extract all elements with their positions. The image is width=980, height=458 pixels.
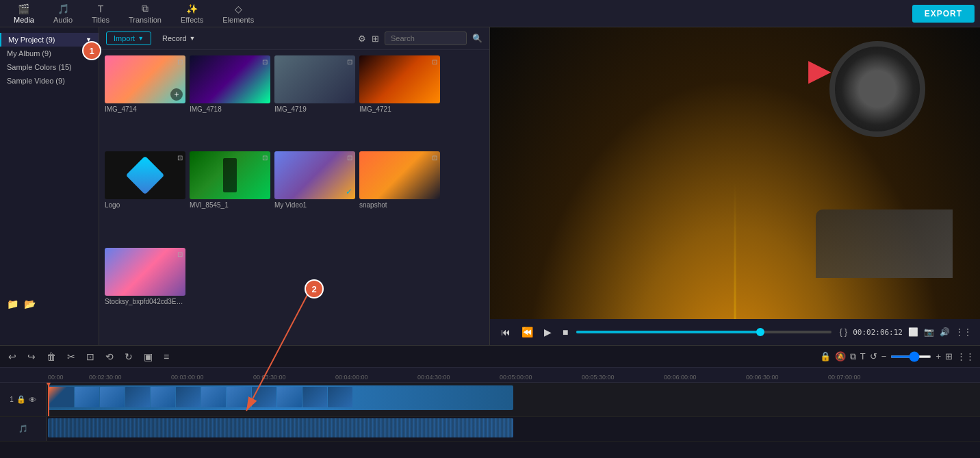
titles-icon: T: [98, 3, 104, 14]
left-sidebar: My Project (9) ▼ My Album (9) Sample Col…: [0, 27, 99, 345]
ruler-mark-6: 00:05:00:00: [498, 374, 580, 381]
timeline-tracks: 1 🔒 👁: [0, 383, 980, 458]
media-panel: Import ▼ Record ▼ ⚙ ⊞ 🔍: [99, 27, 490, 345]
tab-titles-label: Titles: [92, 16, 109, 24]
media-item-img4721[interactable]: ⊡ IMG_4721: [359, 55, 440, 147]
checkmark-icon: ✓: [346, 187, 352, 196]
lock-icon[interactable]: 🔒: [820, 351, 831, 361]
tab-titles[interactable]: T Titles: [83, 1, 118, 27]
media-item-myvideo[interactable]: ⊡ ✓ My Video1: [274, 151, 355, 243]
add-to-timeline-icon[interactable]: +: [170, 88, 183, 101]
grid-view-icon[interactable]: ⊞: [372, 34, 379, 44]
search-icon[interactable]: 🔍: [472, 34, 482, 43]
crop-button[interactable]: ⊡: [83, 350, 97, 364]
video-track-content[interactable]: [47, 383, 980, 416]
media-item-img4714[interactable]: ⊡ + IMG_4714: [105, 55, 185, 147]
audio-button[interactable]: ≡: [161, 350, 172, 364]
tab-effects-label: Effects: [181, 16, 203, 24]
loop-icon[interactable]: ↺: [870, 351, 877, 361]
undo-button[interactable]: ↩: [5, 350, 19, 364]
video-clip[interactable]: [48, 385, 513, 410]
time-display: 00:02:06:12: [853, 328, 903, 337]
track-number: 1: [10, 396, 14, 403]
mark-in-icon[interactable]: { }: [840, 327, 847, 337]
ruler-mark-4: 00:04:00:00: [334, 374, 416, 381]
clip-thumb-2: [75, 387, 99, 407]
app-container: 🎬 Media 🎵 Audio T Titles ⧉ Transition ✨ …: [0, 0, 980, 458]
track-label-video: 1 🔒 👁: [0, 383, 47, 416]
zoom-slider[interactable]: [890, 355, 931, 358]
split-button[interactable]: ⟲: [103, 350, 116, 364]
media-item-img4719[interactable]: ⊡ IMG_4719: [274, 55, 355, 147]
volume-icon[interactable]: 🔊: [940, 327, 950, 337]
import-button[interactable]: Import ▼: [106, 31, 151, 45]
media-icon: 🎬: [18, 3, 29, 14]
play-button[interactable]: ▶: [541, 325, 554, 339]
zoom-in-icon[interactable]: +: [936, 351, 941, 361]
timeline-toolbar: ↩ ↪ 🗑 ✂ ⊡ ⟲ ↻ ▣ ≡ 🔒 🔕 ⧉ T ↺ − + ⊞ ⋮⋮: [0, 346, 980, 368]
import-label: Import: [114, 34, 135, 42]
media-toolbar-right: ⚙ ⊞ 🔍: [358, 31, 482, 45]
more-options-icon[interactable]: ⋮⋮: [955, 327, 972, 337]
delete-button[interactable]: 🗑: [44, 350, 59, 364]
audio-track-row: 🎵: [0, 417, 980, 442]
project-label: My Project (9): [8, 36, 55, 44]
video-track-row: 1 🔒 👁: [0, 383, 980, 417]
ruler-mark-8: 00:06:00:00: [662, 374, 745, 381]
media-label-img4719: IMG_4719: [274, 105, 355, 113]
progress-bar[interactable]: [576, 331, 831, 333]
timeline-ruler: 00:00 00:02:30:00 00:03:00:00 00:03:30:0…: [0, 368, 980, 383]
annotation-1: 1: [82, 41, 101, 60]
more-tl-icon[interactable]: ⋮⋮: [957, 351, 975, 361]
clip-thumb-1: [49, 387, 74, 407]
open-folder-icon[interactable]: 📂: [24, 298, 36, 309]
media-item-mvi[interactable]: ⊡ MVI_8545_1: [190, 151, 270, 243]
brand-logo: ▶: [808, 55, 829, 86]
record-button[interactable]: Record ▼: [157, 32, 201, 44]
cut-button[interactable]: ✂: [64, 350, 78, 364]
zoom-out-icon[interactable]: −: [881, 351, 887, 361]
overlay-button[interactable]: ▣: [141, 350, 155, 364]
rotate-button[interactable]: ↻: [122, 350, 136, 364]
tab-media-label: Media: [14, 16, 34, 24]
ruler-mark-2: 00:03:00:00: [170, 374, 252, 381]
tab-transition[interactable]: ⧉ Transition: [120, 0, 170, 27]
screenshot-icon[interactable]: 📷: [924, 327, 934, 337]
wheel-visual: [829, 41, 925, 137]
transition-tl-icon[interactable]: ⧉: [850, 351, 856, 362]
preview-panel: ▶ ⏮ ⏪ ▶ ■ { } 00:02:06:12 ⬜ 📷: [490, 27, 980, 345]
mute-icon[interactable]: 🔕: [835, 351, 846, 361]
sidebar-bottom-icons: 📁 📂: [0, 293, 99, 315]
ruler-mark-0: 00:00: [47, 374, 88, 381]
redo-button[interactable]: ↪: [25, 350, 38, 364]
tab-effects[interactable]: ✨ Effects: [172, 1, 211, 27]
media-label-logo: Logo: [105, 201, 185, 209]
media-item-stocksy[interactable]: ⊡ Stocksy_bxpfd042cd3EA...: [105, 248, 185, 340]
fit-icon[interactable]: ⊞: [945, 351, 953, 361]
media-item-snapshot[interactable]: ⊡ snapshot: [359, 151, 440, 243]
tab-media[interactable]: 🎬 Media: [5, 1, 42, 27]
filter-icon[interactable]: ⚙: [358, 34, 366, 44]
stop-button[interactable]: ■: [560, 325, 571, 339]
media-grid: ⊡ + IMG_4714 ⊡ IMG_4718 ⊡ IMG_4719: [99, 50, 489, 345]
export-button[interactable]: EXPORT: [912, 5, 975, 23]
new-folder-icon[interactable]: 📁: [7, 298, 18, 309]
media-item-img4718[interactable]: ⊡ IMG_4718: [190, 55, 270, 147]
ruler-mark-10: 00:07:00:00: [827, 374, 909, 381]
track-eye-icon[interactable]: 👁: [29, 396, 36, 404]
elements-icon: ◇: [235, 3, 242, 14]
tab-audio[interactable]: 🎵 Audio: [45, 1, 81, 27]
title-tl-icon[interactable]: T: [860, 351, 866, 361]
sidebar-item-samplevideo[interactable]: Sample Video (9): [0, 74, 99, 88]
play-prev-button[interactable]: ⏪: [519, 325, 536, 339]
audio-track-content[interactable]: [47, 417, 980, 441]
search-input[interactable]: [385, 31, 467, 45]
track-label-audio: 🎵: [0, 417, 47, 441]
tab-elements[interactable]: ◇ Elements: [214, 1, 262, 27]
fullscreen-icon[interactable]: ⬜: [908, 327, 918, 337]
sidebar-item-samplecolors[interactable]: Sample Colors (15): [0, 60, 99, 74]
playhead[interactable]: [48, 383, 49, 416]
media-item-logo[interactable]: ⊡ Logo: [105, 151, 185, 243]
skip-back-button[interactable]: ⏮: [498, 325, 513, 339]
track-lock-icon[interactable]: 🔒: [16, 395, 26, 404]
